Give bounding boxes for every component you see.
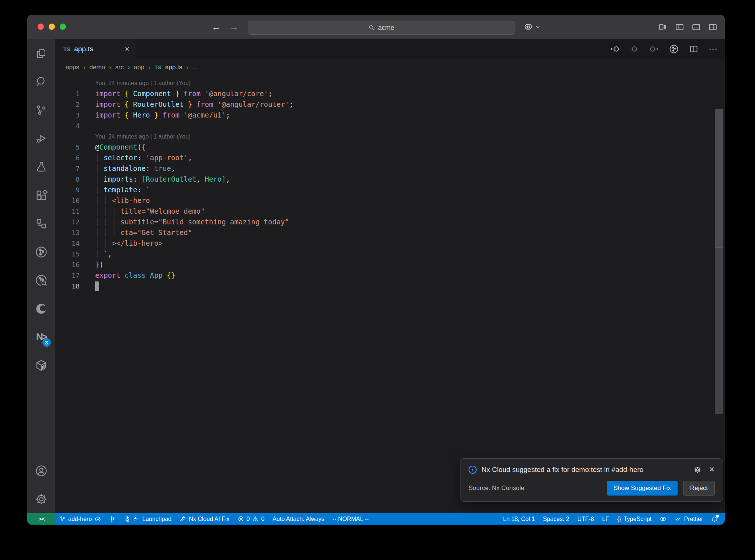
code-line-6[interactable]: 6│ selector: 'app-root', <box>55 153 725 163</box>
minimize-window-button[interactable] <box>49 24 55 30</box>
warning-icon <box>252 516 258 522</box>
code-line-4[interactable]: 4 <box>55 120 725 131</box>
breadcrumb-item[interactable]: apps <box>66 64 79 71</box>
navigate-forward-button[interactable]: → <box>229 21 239 33</box>
code-line-12[interactable]: 12│ │ │ subtitle="Build something amazin… <box>55 217 725 227</box>
code-line-1[interactable]: 1import { Component } from '@angular/cor… <box>55 88 725 99</box>
code-line-18[interactable]: 18 <box>55 281 725 291</box>
auto-attach-status[interactable]: Auto Attach: Always <box>268 513 328 525</box>
step-forward-icon[interactable] <box>649 44 659 54</box>
reject-button[interactable]: Reject <box>683 481 715 496</box>
scrollbar[interactable] <box>715 109 723 414</box>
code-line-10[interactable]: 10│ │ <lib-hero <box>55 195 725 206</box>
run-debug-icon <box>35 132 48 145</box>
indentation-status[interactable]: Spaces: 2 <box>539 513 573 525</box>
typescript-file-icon: TS <box>63 46 70 52</box>
sidebar-item-edge-browser[interactable] <box>27 294 55 323</box>
sidebar-item-nx-graph[interactable] <box>27 238 55 266</box>
wrench-icon <box>180 516 186 522</box>
zoom-window-button[interactable] <box>60 24 66 30</box>
line-number: 18 <box>55 281 80 291</box>
code-line-16[interactable]: 16}) <box>55 259 725 270</box>
launchpad-button[interactable]: Launchpad <box>120 513 175 525</box>
commit-graph-button[interactable] <box>105 513 120 525</box>
close-tab-icon[interactable]: ✕ <box>125 45 130 53</box>
graph-search-icon <box>35 274 48 287</box>
breadcrumb-item[interactable]: app <box>134 64 144 71</box>
code-line-15[interactable]: 15│ `, <box>55 249 725 259</box>
step-back-icon[interactable] <box>610 44 620 54</box>
sidebar-item-source-control[interactable] <box>27 96 55 124</box>
code-line-17[interactable]: 17export class App {} <box>55 270 725 281</box>
navigate-back-button[interactable]: ← <box>212 21 221 33</box>
notification-dot <box>716 515 719 518</box>
prettier-status[interactable]: ✓✓ Prettier <box>671 513 707 525</box>
line-number: 7 <box>55 163 80 174</box>
line-number: 12 <box>55 217 80 227</box>
files-icon <box>35 47 48 60</box>
show-suggested-fix-button[interactable]: Show Suggested Fix <box>607 481 678 496</box>
line-number: 2 <box>55 99 80 110</box>
code-line-9[interactable]: 9│ template: ` <box>55 185 725 195</box>
status-bar: >< add-hero Launchpad Nx Cloud AI Fix 0 … <box>27 513 725 525</box>
code-line-8[interactable]: 8│ imports: [RouterOutlet, Hero], <box>55 174 725 185</box>
sidebar-item-explorer[interactable] <box>27 39 55 67</box>
tab-app-ts[interactable]: TS app.ts ✕ <box>55 39 136 59</box>
notification-toast: i Nx Cloud suggested a fix for demo:test… <box>460 458 723 502</box>
customize-layout-icon[interactable] <box>658 22 668 32</box>
sidebar-item-nx-graph-search[interactable] <box>27 266 55 294</box>
code-line-13[interactable]: 13│ │ │ cta="Get Started" <box>55 227 725 238</box>
toggle-panel-icon[interactable] <box>692 22 701 32</box>
line-number: 1 <box>55 88 80 99</box>
more-actions-icon[interactable]: ⋯ <box>709 44 717 54</box>
sidebar-item-nx-console[interactable]: N> 3 <box>27 323 55 351</box>
settings-button[interactable] <box>27 485 55 513</box>
cursor-position-status[interactable]: Ln 18, Col 1 <box>499 513 539 525</box>
breadcrumb-item[interactable]: src <box>115 64 124 71</box>
code-line-11[interactable]: 11│ │ │ title="Welcmoe demo" <box>55 206 725 217</box>
vim-mode-status[interactable]: -- NORMAL -- <box>328 513 373 525</box>
line-number: 9 <box>55 185 80 195</box>
nx-graph-action-icon[interactable] <box>669 44 679 54</box>
split-editor-icon[interactable] <box>689 44 699 54</box>
line-number: 10 <box>55 195 80 206</box>
breadcrumb-overflow[interactable]: ... <box>192 64 198 71</box>
git-branch-status[interactable]: add-hero <box>55 513 105 525</box>
nx-cloud-ai-fix-button[interactable]: Nx Cloud AI Fix <box>175 513 233 525</box>
notifications-bell[interactable] <box>707 513 722 525</box>
copilot-icon[interactable] <box>523 22 533 32</box>
breadcrumb: apps › demo › src › app › TS app.ts › ..… <box>55 59 725 76</box>
language-mode-status[interactable]: {} TypeScript <box>613 513 655 525</box>
command-center-search[interactable]: acme <box>248 21 515 35</box>
sidebar-item-references[interactable] <box>27 209 55 238</box>
chevron-down-icon[interactable] <box>535 24 540 29</box>
record-position-icon[interactable] <box>630 44 639 54</box>
problems-status[interactable]: 0 0 <box>234 513 269 525</box>
breadcrumb-file[interactable]: app.ts <box>165 64 182 71</box>
sidebar-item-containers[interactable] <box>27 351 55 379</box>
code-line-5[interactable]: 5@Component({ <box>55 142 725 153</box>
toast-settings-gear-icon[interactable] <box>693 466 702 474</box>
close-window-button[interactable] <box>38 24 44 30</box>
toast-close-icon[interactable]: ✕ <box>709 465 715 474</box>
sidebar-item-testing[interactable] <box>27 153 55 181</box>
copilot-status[interactable] <box>655 513 671 525</box>
accounts-button[interactable] <box>27 456 55 485</box>
code-editor[interactable]: You, 24 minutes ago | 1 author (You)1imp… <box>55 76 725 513</box>
sidebar-item-search[interactable] <box>27 67 55 96</box>
sidebar-item-extensions[interactable] <box>27 181 55 209</box>
remote-indicator[interactable]: >< <box>27 513 55 525</box>
code-lines: You, 24 minutes ago | 1 author (You)1imp… <box>55 78 725 291</box>
code-line-3[interactable]: 3import { Hero } from '@acme/ui'; <box>55 110 725 120</box>
copilot-icon <box>660 515 667 522</box>
tab-bar: TS app.ts ✕ ⋯ <box>55 39 725 59</box>
code-line-7[interactable]: 7│ standalone: true, <box>55 163 725 174</box>
toggle-secondary-sidebar-icon[interactable] <box>708 22 717 32</box>
encoding-status[interactable]: UTF-8 <box>573 513 598 525</box>
sidebar-item-run-debug[interactable] <box>27 124 55 153</box>
code-line-2[interactable]: 2import { RouterOutlet } from '@angular/… <box>55 99 725 110</box>
code-line-14[interactable]: 14│ │ ></lib-hero> <box>55 238 725 249</box>
eol-status[interactable]: LF <box>598 513 613 525</box>
breadcrumb-item[interactable]: demo <box>90 64 105 71</box>
toggle-primary-sidebar-icon[interactable] <box>675 22 684 32</box>
